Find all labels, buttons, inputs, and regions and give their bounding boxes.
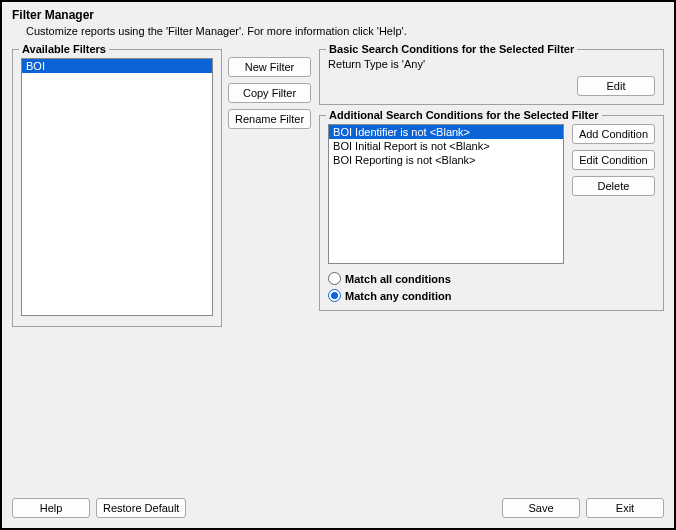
edit-condition-button[interactable]: Edit Condition (572, 150, 655, 170)
left-column: Available Filters BOI New Filter Copy Fi… (12, 49, 311, 490)
right-column: Basic Search Conditions for the Selected… (319, 49, 664, 490)
radio-icon (328, 272, 341, 285)
list-item[interactable]: BOI Initial Report is not <Blank> (329, 139, 563, 153)
radio-icon (328, 289, 341, 302)
copy-filter-button[interactable]: Copy Filter (228, 83, 311, 103)
list-item[interactable]: BOI Identifier is not <Blank> (329, 125, 563, 139)
condition-buttons: Add Condition Edit Condition Delete (572, 124, 655, 264)
basic-conditions-group: Basic Search Conditions for the Selected… (319, 49, 664, 105)
list-item[interactable]: BOI (22, 59, 212, 73)
match-all-row[interactable]: Match all conditions (328, 272, 655, 285)
rename-filter-button[interactable]: Rename Filter (228, 109, 311, 129)
filter-buttons: New Filter Copy Filter Rename Filter (228, 49, 311, 490)
footer: Help Restore Default Save Exit (2, 490, 674, 528)
additional-conditions-label: Additional Search Conditions for the Sel… (326, 109, 602, 121)
filter-manager-window: Filter Manager Customize reports using t… (0, 0, 676, 530)
basic-conditions-text: Return Type is 'Any' (328, 58, 655, 70)
page-title: Filter Manager (12, 8, 664, 22)
match-all-label: Match all conditions (345, 273, 451, 285)
content: Available Filters BOI New Filter Copy Fi… (2, 41, 674, 490)
match-any-row[interactable]: Match any condition (328, 289, 655, 302)
match-radios: Match all conditions Match any condition (328, 272, 655, 302)
available-filters-list[interactable]: BOI (21, 58, 213, 316)
header: Filter Manager Customize reports using t… (2, 2, 674, 41)
exit-button[interactable]: Exit (586, 498, 664, 518)
add-condition-button[interactable]: Add Condition (572, 124, 655, 144)
available-filters-label: Available Filters (19, 43, 109, 55)
delete-condition-button[interactable]: Delete (572, 176, 655, 196)
match-any-label: Match any condition (345, 290, 451, 302)
available-filters-group: Available Filters BOI (12, 49, 222, 327)
additional-conditions-list[interactable]: BOI Identifier is not <Blank>BOI Initial… (328, 124, 564, 264)
restore-default-button[interactable]: Restore Default (96, 498, 186, 518)
new-filter-button[interactable]: New Filter (228, 57, 311, 77)
edit-basic-button[interactable]: Edit (577, 76, 655, 96)
save-button[interactable]: Save (502, 498, 580, 518)
list-item[interactable]: BOI Reporting is not <Blank> (329, 153, 563, 167)
help-button[interactable]: Help (12, 498, 90, 518)
additional-conditions-group: Additional Search Conditions for the Sel… (319, 115, 664, 311)
basic-conditions-label: Basic Search Conditions for the Selected… (326, 43, 577, 55)
page-subtitle: Customize reports using the 'Filter Mana… (12, 22, 664, 37)
